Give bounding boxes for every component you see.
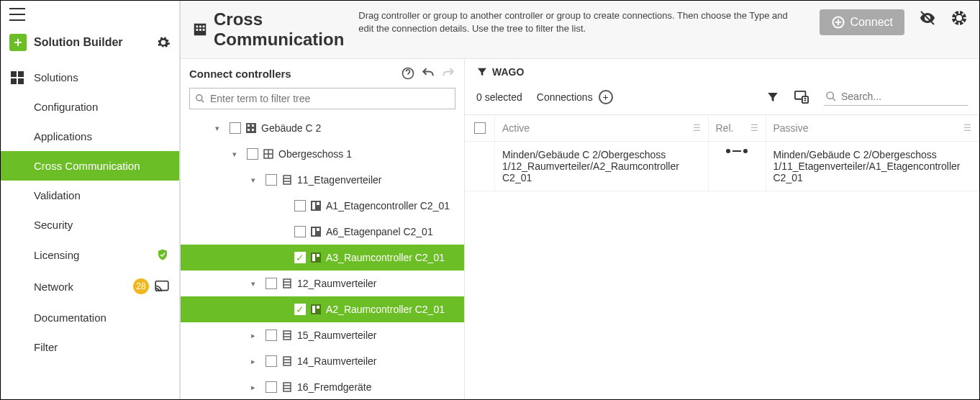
svg-rect-32 [317, 254, 319, 257]
sidebar-item-applications[interactable]: Applications [1, 122, 179, 151]
building-icon [192, 22, 208, 37]
sidebar-item-cross-communication[interactable]: Cross Communication [1, 151, 179, 181]
plus-circle-icon [831, 15, 845, 29]
tree-node-label: A1_Etagencontroller C2_01 [326, 200, 450, 212]
page-description: Drag controller or group to another cont… [358, 9, 791, 35]
settings-gear-icon[interactable] [156, 35, 171, 50]
checkbox[interactable]: ✓ [294, 304, 306, 315]
checkbox[interactable] [266, 329, 277, 341]
checkbox[interactable] [266, 381, 277, 393]
help-icon[interactable] [950, 9, 968, 27]
select-all-checkbox[interactable] [474, 122, 486, 134]
tree-node-panel[interactable]: ▸ 14_Raumverteiler [181, 348, 464, 374]
checkbox[interactable] [230, 122, 241, 134]
chevron-down-icon[interactable]: ▾ [245, 279, 261, 288]
col-active[interactable]: Active ☰ [495, 115, 709, 142]
tree-node-panel[interactable]: ▾ 12_Raumverteiler [181, 271, 464, 296]
funnel-icon[interactable] [766, 91, 779, 104]
checkbox[interactable] [294, 200, 306, 212]
chevron-right-icon[interactable]: ▸ [245, 383, 261, 392]
building-icon [245, 123, 257, 133]
device-list-icon[interactable] [794, 90, 809, 104]
checkbox[interactable] [266, 355, 277, 367]
checkbox[interactable]: ✓ [294, 252, 306, 263]
checkbox[interactable] [266, 174, 277, 186]
svg-rect-0 [11, 71, 17, 77]
visibility-off-icon[interactable] [919, 9, 936, 27]
col-passive[interactable]: Passive ☰ [766, 115, 980, 142]
sidebar-item-licensing[interactable]: Licensing [1, 240, 179, 270]
table-row[interactable]: Minden/Gebäude C 2/Obergeschoss 1/12_Rau… [465, 142, 979, 191]
sidebar-item-documentation[interactable]: Documentation [1, 303, 179, 332]
sidebar-item-configuration[interactable]: Configuration [1, 92, 179, 122]
connections-panel: WAGO 0 selected Connections + [465, 59, 979, 399]
sidebar-item-label: Validation [34, 189, 81, 201]
tree-node-label: A6_Etagenpanel C2_01 [326, 226, 433, 237]
tree-node-controller[interactable]: ✓ A2_Raumcontroller C2_01 [181, 296, 464, 322]
redo-icon[interactable] [441, 66, 455, 81]
nav: Solutions Configuration Applications Cro… [1, 63, 179, 362]
tree-node-panel[interactable]: ▸ 16_Fremdgeräte [181, 374, 464, 399]
checkbox[interactable] [266, 278, 277, 289]
tree-node-label: 15_Raumverteiler [297, 329, 377, 341]
column-filter-icon[interactable]: ☰ [963, 123, 971, 133]
cell-passive: Minden/Gebäude C 2/Obergeschoss 1/11_Eta… [766, 142, 980, 191]
search-icon [195, 94, 205, 104]
chevron-right-icon[interactable]: ▸ [245, 331, 261, 340]
sidebar-item-label: Filter [34, 341, 58, 353]
tree-filter-input[interactable] [189, 88, 455, 109]
brand-title: Solution Builder [34, 36, 149, 49]
funnel-icon [476, 66, 488, 78]
sidebar-item-network[interactable]: Network 28 [1, 270, 179, 303]
tree-node-label: 16_Fremdgeräte [297, 381, 372, 393]
controller-icon [310, 304, 322, 314]
relation-icon [716, 149, 758, 153]
sidebar-item-validation[interactable]: Validation [1, 181, 179, 210]
chevron-down-icon[interactable]: ▾ [209, 124, 225, 133]
svg-rect-11 [203, 29, 205, 31]
svg-rect-23 [283, 176, 291, 184]
tree-node-controller[interactable]: A6_Etagenpanel C2_01 [181, 219, 464, 245]
tree-node-controller[interactable]: ✓ A3_Raumcontroller C2_01 [181, 245, 464, 271]
tree-node-label: Obergeschoss 1 [278, 148, 352, 160]
help-circle-icon[interactable] [401, 66, 415, 81]
tree-node-panel[interactable]: ▸ 15_Raumverteiler [181, 322, 464, 348]
tree-node-label: 12_Raumverteiler [297, 278, 377, 289]
cabinet-icon [281, 175, 293, 185]
tree-node-label: A3_Raumcontroller C2_01 [326, 252, 445, 263]
chevron-down-icon[interactable]: ▾ [227, 150, 242, 159]
svg-rect-8 [196, 29, 199, 31]
checkbox[interactable] [294, 226, 306, 237]
search-input[interactable] [824, 88, 968, 106]
connect-button[interactable]: Connect [820, 9, 904, 35]
svg-rect-2 [11, 78, 17, 84]
chevron-right-icon[interactable]: ▸ [245, 357, 261, 366]
column-filter-icon[interactable]: ☰ [693, 123, 701, 133]
svg-point-42 [827, 92, 833, 99]
connections-table: Active ☰ Rel. ☰ Passive ☰ [465, 114, 979, 191]
svg-rect-6 [196, 26, 199, 28]
tree-node-panel[interactable]: ▾ 11_Etagenverteiler [181, 167, 464, 193]
sidebar-item-label: Configuration [34, 101, 98, 113]
tree-node-floor[interactable]: ▾ Obergeschoss 1 [181, 141, 464, 167]
hamburger-icon[interactable] [1, 1, 179, 28]
sidebar-item-security[interactable]: Security [1, 210, 179, 240]
tree-node-label: Gebäude C 2 [261, 122, 321, 134]
sidebar: Solution Builder Solutions Configuration… [1, 1, 181, 399]
cabinet-icon [281, 356, 293, 366]
col-rel[interactable]: Rel. ☰ [709, 115, 766, 142]
sidebar-item-filter[interactable]: Filter [1, 332, 179, 362]
checkbox[interactable] [247, 148, 258, 160]
tree-node-controller[interactable]: A1_Etagencontroller C2_01 [181, 193, 464, 219]
undo-icon[interactable] [421, 66, 435, 81]
tree-node-building[interactable]: ▾ Gebäude C 2 [181, 115, 464, 141]
sidebar-item-solutions[interactable]: Solutions [1, 63, 179, 92]
cabinet-icon [281, 278, 293, 288]
svg-rect-21 [252, 129, 254, 131]
column-filter-icon[interactable]: ☰ [750, 123, 758, 133]
filter-tag[interactable]: WAGO [476, 66, 524, 78]
page-title: Cross Communication [214, 9, 344, 50]
sidebar-item-label: Documentation [34, 312, 106, 324]
chevron-down-icon[interactable]: ▾ [245, 176, 261, 185]
add-connection-button[interactable]: + [599, 90, 613, 104]
